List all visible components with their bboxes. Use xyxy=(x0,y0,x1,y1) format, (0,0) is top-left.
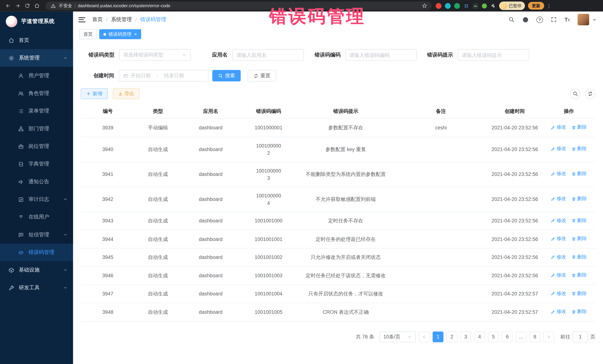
sidebar-item-error-code-management[interactable]: 错误码管理 xyxy=(0,243,73,261)
profile-paused-badge[interactable]: 已暂停 xyxy=(499,1,525,10)
sidebar-item-home[interactable]: 首页 xyxy=(0,32,73,49)
edit-link[interactable]: 修改 xyxy=(551,308,566,315)
sidebar-item-post-management[interactable]: 岗位管理 xyxy=(0,138,73,155)
sidebar-item-system-management[interactable]: 系统管理 xyxy=(0,49,73,67)
extension-icon-grid[interactable] xyxy=(464,3,469,9)
extensions-puzzle-icon[interactable] xyxy=(490,3,496,9)
show-search-icon[interactable] xyxy=(570,88,580,99)
user-icon xyxy=(18,73,24,78)
caret-down-icon[interactable] xyxy=(593,19,596,22)
delete-link[interactable]: 删除 xyxy=(571,290,587,297)
search-button[interactable]: 搜索 xyxy=(212,70,241,81)
sidebar-item-label: 基础设施 xyxy=(19,266,40,273)
extension-icon-teal[interactable] xyxy=(445,3,451,9)
sidebar-item-user-management[interactable]: 用户管理 xyxy=(0,67,73,85)
col-header-remark: 备注 xyxy=(395,105,487,119)
edit-link[interactable]: 修改 xyxy=(551,290,566,297)
browser-back-icon[interactable] xyxy=(3,1,13,11)
cell-id: 3946 xyxy=(81,266,135,285)
address-bar[interactable]: 不安全 dashboard.yudao.iocoder.cn/system/er… xyxy=(46,1,432,10)
edit-link[interactable]: 修改 xyxy=(551,235,566,242)
extension-icon-leaf[interactable] xyxy=(482,3,487,8)
close-icon[interactable]: × xyxy=(134,32,137,37)
extension-icon-on-badge[interactable]: on xyxy=(473,3,478,9)
search-icon[interactable] xyxy=(508,16,514,22)
edit-link[interactable]: 修改 xyxy=(551,195,566,202)
delete-link[interactable]: 删除 xyxy=(571,170,587,177)
sidebar-item-online-users[interactable]: 在线用户 xyxy=(0,208,73,226)
sidebar-item-dev-tools[interactable]: 研发工具 xyxy=(0,279,73,297)
page-size-select[interactable]: 10条/页 xyxy=(380,331,416,342)
extension-icon-green[interactable] xyxy=(454,3,460,9)
goto-page-input[interactable] xyxy=(573,331,588,342)
user-avatar[interactable] xyxy=(578,14,589,25)
delete-link[interactable]: 删除 xyxy=(571,145,587,153)
cell-created: 2021-04-20 23:52:56 xyxy=(487,162,542,187)
font-size-icon[interactable]: TT xyxy=(565,17,570,22)
reset-button[interactable]: 重置 xyxy=(248,70,276,81)
cell-code: 100100000 2 xyxy=(240,137,297,162)
browser-home-icon[interactable] xyxy=(32,1,42,11)
delete-link[interactable]: 删除 xyxy=(571,124,587,131)
sidebar-item-sms-management[interactable]: 短信管理 xyxy=(0,226,73,243)
sidebar-item-menu-management[interactable]: 菜单管理 xyxy=(0,102,73,120)
update-label: 更新 xyxy=(532,3,541,9)
prev-page-button[interactable] xyxy=(419,331,429,342)
sidebar-item-dict-management[interactable]: 字典管理 xyxy=(0,155,73,173)
breadcrumb-current: 错误码管理 xyxy=(140,16,166,23)
breadcrumb-home[interactable]: 首页 xyxy=(92,16,103,23)
page-button-6[interactable]: 6 xyxy=(502,331,513,342)
delete-link[interactable]: 删除 xyxy=(571,308,587,315)
error-code-input[interactable] xyxy=(345,49,417,61)
browser-update-button[interactable]: 更新 xyxy=(528,2,544,10)
error-message-input[interactable] xyxy=(458,49,529,61)
wrench-icon xyxy=(9,285,15,291)
edit-link[interactable]: 修改 xyxy=(551,170,566,177)
error-type-select[interactable]: 请选择错误码类型 xyxy=(119,49,191,61)
github-icon[interactable] xyxy=(522,16,529,23)
extension-icon-red[interactable] xyxy=(436,3,441,9)
edit-link[interactable]: 修改 xyxy=(551,272,566,279)
breadcrumb-separator: / xyxy=(135,17,137,22)
breadcrumb-system[interactable]: 系统管理 xyxy=(111,16,132,23)
export-button[interactable]: 导出 xyxy=(113,88,139,99)
delete-link[interactable]: 删除 xyxy=(571,195,587,202)
date-range-picker[interactable]: 开始日期 - 结束日期 xyxy=(119,70,208,81)
sidebar-item-infrastructure[interactable]: 基础设施 xyxy=(0,261,73,279)
sidebar-item-notice[interactable]: 通知公告 xyxy=(0,173,73,190)
page-button-2[interactable]: 2 xyxy=(446,331,457,342)
delete-link[interactable]: 删除 xyxy=(571,235,587,242)
edit-link[interactable]: 修改 xyxy=(551,253,566,261)
sidebar-item-department-management[interactable]: 部门管理 xyxy=(0,120,73,138)
delete-link[interactable]: 删除 xyxy=(571,253,587,261)
edit-link[interactable]: 修改 xyxy=(551,145,566,153)
page-button-3[interactable]: 3 xyxy=(460,331,471,342)
table-row: 3943 自动生成 dashboard 1001001000 定时任务不存在 2… xyxy=(81,212,595,230)
delete-link[interactable]: 删除 xyxy=(571,272,587,279)
page-ellipsis[interactable]: ... xyxy=(516,331,526,342)
refresh-icon[interactable] xyxy=(585,88,595,99)
app-name-input[interactable] xyxy=(232,49,304,61)
sidebar-item-role-management[interactable]: 角色管理 xyxy=(0,85,73,102)
page-button-8[interactable]: 8 xyxy=(530,331,540,342)
filter-row-1: 错误码类型 请选择错误码类型 应用名 错误码编码 xyxy=(81,49,595,61)
tab-home[interactable]: 首页 xyxy=(79,29,97,39)
browser-forward-icon[interactable] xyxy=(13,1,22,11)
next-page-button[interactable] xyxy=(544,331,554,342)
sidebar-item-audit-log[interactable]: 审计日志 xyxy=(0,190,73,208)
edit-link[interactable]: 修改 xyxy=(551,124,566,131)
page-button-1[interactable]: 1 xyxy=(433,331,443,342)
fullscreen-icon[interactable] xyxy=(551,16,557,22)
tab-error-code-management[interactable]: 错误码管理 × xyxy=(99,29,141,39)
chevron-down-icon xyxy=(63,232,68,237)
delete-link[interactable]: 删除 xyxy=(571,217,587,224)
page-button-5[interactable]: 5 xyxy=(488,331,499,342)
add-button[interactable]: 新增 xyxy=(81,88,108,99)
page-button-4[interactable]: 4 xyxy=(474,331,485,342)
browser-reload-icon[interactable] xyxy=(22,1,32,11)
sidebar-collapse-icon[interactable] xyxy=(79,17,85,22)
bookmark-star-icon[interactable] xyxy=(422,3,427,9)
browser-menu-kebab-icon[interactable]: ⋮ xyxy=(546,3,551,8)
help-icon[interactable]: ? xyxy=(536,16,543,23)
edit-link[interactable]: 修改 xyxy=(551,217,566,224)
